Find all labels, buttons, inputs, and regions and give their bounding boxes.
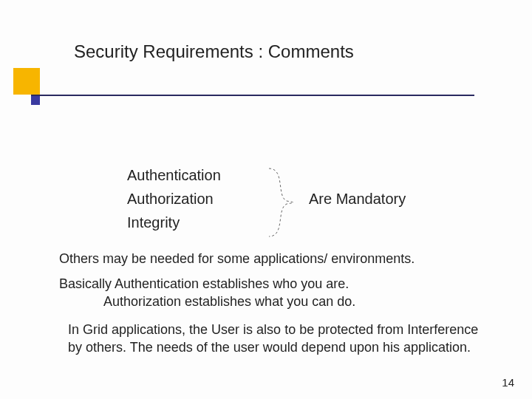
list-item: Authorization	[127, 188, 221, 210]
paragraph-basically: Basically Authentication establishes who…	[59, 275, 355, 311]
text-line: Basically Authentication establishes who…	[59, 276, 349, 291]
page-number: 14	[502, 376, 514, 389]
accent-block-blue	[31, 96, 40, 105]
list-item: Integrity	[127, 211, 221, 233]
list-item: Authentication	[127, 164, 221, 186]
slide-title: Security Requirements : Comments	[74, 41, 354, 62]
brace-icon	[266, 167, 303, 238]
mandatory-label: Are Mandatory	[309, 191, 406, 208]
accent-block-yellow	[13, 68, 40, 95]
paragraph-grid: In Grid applications, the User is also t…	[68, 321, 482, 357]
paragraph-others: Others may be needed for some applicatio…	[59, 250, 415, 267]
requirements-list: Authentication Authorization Integrity	[127, 164, 221, 235]
title-underline	[31, 95, 474, 96]
text-line: Authorization establishes what you can d…	[103, 293, 355, 310]
